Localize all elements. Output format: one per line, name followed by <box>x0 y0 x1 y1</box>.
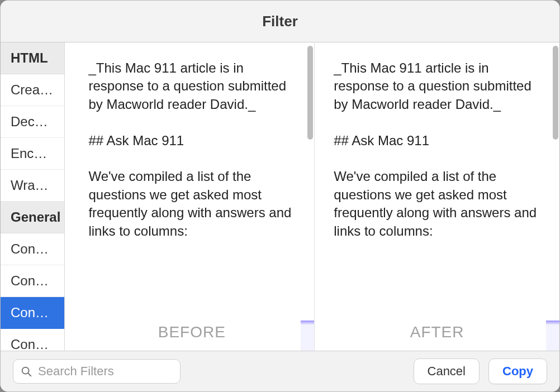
selection-indicator <box>546 321 559 351</box>
preview-area: _This Mac 911 article is in response to … <box>65 42 559 351</box>
sidebar-item-wrap-p-tags[interactable]: Wrap in Paragraph Tags <box>1 170 64 202</box>
bottombar: Cancel Copy <box>1 351 559 391</box>
svg-point-0 <box>22 367 29 374</box>
search-icon <box>20 365 32 377</box>
content-area: HTML Create List Decode URL Encode URL W… <box>1 42 559 351</box>
sidebar: HTML Create List Decode URL Encode URL W… <box>1 42 65 351</box>
after-text: _This Mac 911 article is in response to … <box>315 42 559 351</box>
search-input[interactable] <box>37 364 193 379</box>
sidebar-item-encode-url[interactable]: Encode URL <box>1 138 64 170</box>
sidebar-item-dumb-pun[interactable]: Convert to Dumb Pun… <box>1 265 64 297</box>
filter-window: Filter HTML Create List Decode URL Encod… <box>0 0 560 392</box>
sidebar-item-create-list[interactable]: Create List <box>1 74 64 106</box>
sidebar-item-smart-pun[interactable]: Convert to Smart Pun… <box>1 233 64 265</box>
group-header-html: HTML <box>1 42 64 74</box>
sidebar-item-plain-text[interactable]: Convert to Plain Text <box>1 297 64 329</box>
selection-indicator <box>301 321 314 351</box>
scrollbar-thumb[interactable] <box>553 46 558 140</box>
titlebar: Filter <box>1 1 559 42</box>
copy-button[interactable]: Copy <box>488 358 547 384</box>
before-text: _This Mac 911 article is in response to … <box>69 42 314 351</box>
sidebar-list: HTML Create List Decode URL Encode URL W… <box>1 42 64 351</box>
before-pane: _This Mac 911 article is in response to … <box>69 42 314 351</box>
svg-line-1 <box>29 374 31 376</box>
group-header-general: General <box>1 202 64 233</box>
scrollbar-thumb[interactable] <box>307 46 313 140</box>
sidebar-item-decode-url[interactable]: Decode URL <box>1 106 64 138</box>
sidebar-item-uppercase[interactable]: Convert to Uppercase <box>1 329 64 351</box>
after-pane: _This Mac 911 article is in response to … <box>314 42 559 351</box>
window-title: Filter <box>262 13 298 30</box>
cancel-button[interactable]: Cancel <box>414 358 480 384</box>
search-field-wrap[interactable] <box>13 359 181 384</box>
